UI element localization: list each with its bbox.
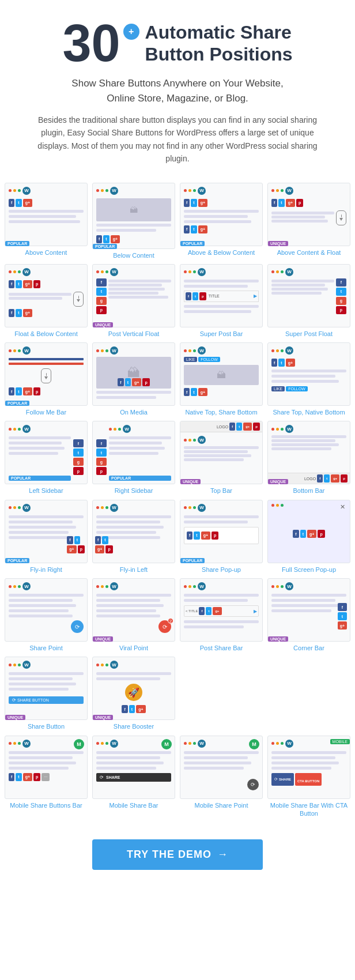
grid-row-5: W f t g+ p POPULAR [5, 500, 350, 574]
grid-row-1: W f t g+ POPULAR Above Content W [5, 183, 350, 259]
grid-item-super-post-float[interactable]: W f t g p Super [267, 264, 350, 338]
grid-item-top-bar[interactable]: LOGO f t g+ p W UNIQUE [180, 421, 263, 495]
badge-popular: POPULAR [5, 241, 29, 246]
description: Besides the traditional share button dis… [28, 114, 327, 165]
grid-item-post-vertical-float[interactable]: W f t g p [92, 264, 175, 338]
grid-section: W f t g+ POPULAR Above Content W [0, 177, 355, 828]
grid-item-float-below-content[interactable]: W f t g+ p [5, 264, 88, 338]
grid-row-2: W f t g+ p [5, 264, 350, 338]
grid-row-8: W M f t g+ p ··· Mobile Share Buttons Ba… [5, 736, 350, 818]
grid-item-corner-bar[interactable]: W f t g+ UNIQUE Corner Bar [267, 578, 350, 652]
grid-item-post-share-bar[interactable]: W < TITLE f t g+ ▶ Post Share Bar [180, 578, 263, 652]
grid-item-super-post-bar[interactable]: W f t p TITLE ▶ Super Post Bar [180, 264, 263, 338]
grid-item-share-top-native-bottom[interactable]: W f t g+ LIKE FOLLOW Share Top, Native B… [267, 342, 350, 416]
try-demo-label: TRY THE DEMO [127, 849, 212, 861]
hero-title: 30 + Automatic ShareButton Positions [12, 17, 343, 69]
grid-row-7: W ⟳ SHARE BUTTON UNIQUE Share Button [5, 657, 350, 730]
subtitle: Show Share Buttons Anywhere on Your Webs… [12, 76, 343, 105]
hero-plus: + [123, 24, 139, 40]
grid-item-mobile-share-buttons-bar[interactable]: W M f t g+ p ··· Mobile Share Buttons Ba… [5, 736, 88, 818]
grid-item-native-top-share-bottom[interactable]: W LIKE FOLLOW 🏔 f t g+ Native Top, Share… [180, 342, 263, 416]
grid-item-fly-in-right[interactable]: W f t g+ p POPULAR [5, 500, 88, 574]
hero-number: 30 [62, 17, 120, 69]
grid-item-left-sidebar[interactable]: W POPULAR f t g p Left Sidebar [5, 421, 88, 495]
grid-item-share-booster[interactable]: W 🚀 f t g+ UNIQUE Share Booster [92, 657, 175, 730]
grid-item-mobile-share-bar[interactable]: W M ⟳ SHARE Mobile Share Bar [92, 736, 175, 818]
try-demo-button[interactable]: TRY THE DEMO → [92, 839, 263, 870]
grid-item-on-media[interactable]: W 🏔 f t g+ p On Media [92, 342, 175, 416]
grid-item-full-screen-popup[interactable]: ✕ f t g+ p Full Screen Pop-up [267, 500, 350, 574]
grid-row-3: W f t g+ p POPULAR Follow Me Bar [5, 342, 350, 416]
grid-row-6: W ⟳ Share Point W [5, 578, 350, 652]
grid-item-viral-point[interactable]: W ⟳ 2 UNIQUE Viral Point [92, 578, 175, 652]
grid-item-below-content[interactable]: W 🏔 f t g+ POPULAR Below Content [92, 183, 175, 259]
wp-icon: W [22, 187, 31, 195]
grid-item-above-below-content[interactable]: W f t g+ f t g+ POPULAR Above & Below Co… [180, 183, 263, 259]
try-demo-section: TRY THE DEMO → [0, 828, 355, 881]
header-section: 30 + Automatic ShareButton Positions Sho… [0, 0, 355, 177]
grid-item-fly-in-left[interactable]: W f t g+ p Fly-in Left [92, 500, 175, 574]
grid-item-share-button[interactable]: W ⟳ SHARE BUTTON UNIQUE Share Button [5, 657, 88, 730]
grid-item-share-point[interactable]: W ⟳ Share Point [5, 578, 88, 652]
grid-item-follow-me-bar[interactable]: W f t g+ p POPULAR Follow Me Bar [5, 342, 88, 416]
item-label: Above Content [25, 248, 67, 257]
grid-item-mobile-share-bar-cta[interactable]: W MOBILE ⟳ SHARE CTA BUTTON Mobile S [267, 736, 350, 818]
hero-text: Automatic ShareButton Positions [145, 21, 293, 66]
grid-item-share-popup[interactable]: W f t g+ p POPULAR Share Pop-up [180, 500, 263, 574]
grid-item-right-sidebar[interactable]: f t g p W POPULAR Right Sideb [92, 421, 175, 495]
grid-item-empty-1 [180, 657, 263, 730]
grid-item-bottom-bar[interactable]: W LOGO f t g+ p UNIQUE Bottom Bar [267, 421, 350, 495]
grid-row-4: W POPULAR f t g p Left Sidebar [5, 421, 350, 495]
grid-item-above-content-float[interactable]: W f t g+ p [267, 183, 350, 259]
arrow-icon: → [217, 849, 228, 861]
grid-item-empty-2 [267, 657, 350, 730]
grid-item-above-content[interactable]: W f t g+ POPULAR Above Content [5, 183, 88, 259]
grid-item-mobile-share-point[interactable]: W M ⟳ Mobile Share Point [180, 736, 263, 818]
